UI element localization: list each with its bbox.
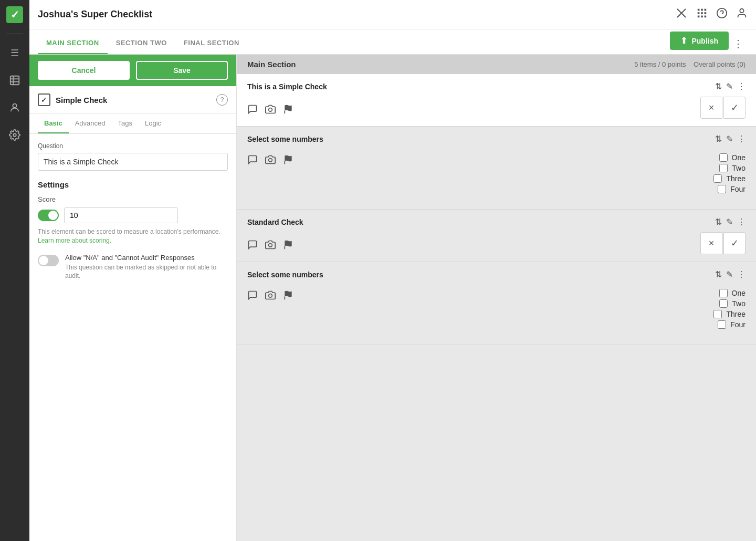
item2-sort-icon[interactable]: ⇅	[715, 134, 722, 144]
main-wrapper: Joshua's Super Checklist	[29, 0, 756, 541]
svg-point-24	[269, 243, 272, 247]
item4-camera-icon[interactable]	[265, 290, 276, 303]
item-tabs: Basic Advanced Tags Logic	[29, 114, 236, 134]
item4-option-three: Three	[713, 310, 746, 318]
item4-edit-icon[interactable]: ✎	[726, 269, 733, 279]
topbar-icons	[675, 7, 748, 22]
item4-checkbox-one[interactable]	[719, 289, 728, 297]
item2-content: One Two Three	[247, 149, 746, 202]
section-title: Main Section	[247, 60, 296, 69]
item2-checkbox-one[interactable]	[719, 153, 728, 162]
item-title-label: Simple Check	[56, 96, 211, 105]
item2-camera-icon[interactable]	[265, 154, 276, 168]
item4-more-icon[interactable]: ⋮	[737, 269, 746, 279]
na-text: Allow "N/A" and "Cannot Audit" Responses…	[65, 254, 228, 281]
tab-basic[interactable]: Basic	[38, 114, 69, 133]
item4-tools	[247, 290, 713, 303]
svg-point-22	[269, 159, 272, 162]
item3-tools	[247, 240, 293, 253]
tab-section-two[interactable]: SECTION TWO	[108, 33, 175, 54]
svg-rect-12	[701, 12, 703, 14]
tab-advanced[interactable]: Advanced	[69, 114, 112, 133]
nav-tabs: MAIN SECTION SECTION TWO FINAL SECTION ⬆…	[29, 29, 756, 55]
na-toggle[interactable]	[38, 255, 59, 266]
item3-flag-icon[interactable]	[283, 240, 293, 253]
item4-comment-icon[interactable]	[247, 290, 258, 303]
item1-flag-icon[interactable]	[283, 104, 293, 117]
item4-right: One Two Three	[713, 285, 746, 337]
grid-icon[interactable]	[696, 7, 708, 22]
item2-checkbox-four[interactable]	[718, 185, 726, 193]
na-row: Allow "N/A" and "Cannot Audit" Responses…	[38, 254, 228, 281]
sidebar-icon-user[interactable]	[6, 99, 23, 116]
sidebar-icon-settings[interactable]	[6, 127, 23, 143]
item1-check-button[interactable]: ✓	[723, 97, 746, 119]
question-input[interactable]	[38, 153, 228, 171]
item2-more-icon[interactable]: ⋮	[737, 134, 746, 144]
tab-logic[interactable]: Logic	[139, 114, 167, 133]
item1-check-buttons: × ✓	[700, 97, 746, 119]
sidebar-icon-list[interactable]: ☰	[6, 45, 23, 61]
item3-x-button[interactable]: ×	[700, 232, 722, 254]
na-label: Allow "N/A" and "Cannot Audit" Responses	[65, 254, 228, 262]
right-panel: Main Section 5 items / 0 points Overall …	[237, 55, 756, 541]
score-toggle[interactable]	[38, 210, 59, 221]
svg-rect-11	[698, 12, 700, 14]
item3-camera-icon[interactable]	[265, 240, 276, 253]
item1-header: This is a Simple Check ⇅ ✎ ⋮	[247, 81, 746, 91]
tab-tags[interactable]: Tags	[112, 114, 139, 133]
svg-point-26	[269, 294, 272, 298]
section-meta: 5 items / 0 points Overall points (0)	[634, 60, 746, 68]
item1-edit-icon[interactable]: ✎	[726, 81, 733, 91]
item3-more-icon[interactable]: ⋮	[737, 217, 746, 227]
item2-checkbox-two[interactable]	[719, 164, 728, 172]
score-label: Score	[38, 195, 228, 203]
svg-rect-8	[698, 9, 700, 11]
cancel-button[interactable]: Cancel	[38, 61, 130, 80]
item2-right: One Two Three	[713, 149, 746, 202]
item4-checkbox-three[interactable]	[713, 310, 722, 318]
item2-edit-icon[interactable]: ✎	[726, 134, 733, 144]
item-header: ✓ Simple Check ?	[29, 86, 236, 114]
app-logo: ✓	[6, 6, 23, 23]
item4-content: One Two Three	[247, 285, 746, 337]
tab-main-section[interactable]: MAIN SECTION	[38, 33, 108, 54]
item2-comment-icon[interactable]	[247, 154, 258, 168]
save-button[interactable]: Save	[136, 61, 228, 80]
user-icon[interactable]	[736, 7, 748, 22]
tab-final-section[interactable]: FINAL SECTION	[175, 33, 248, 54]
item1-camera-icon[interactable]	[265, 104, 276, 117]
publish-label: Publish	[691, 37, 718, 45]
help-button[interactable]: ?	[216, 94, 228, 106]
score-input[interactable]	[64, 207, 178, 223]
item1-sort-icon[interactable]: ⇅	[715, 81, 722, 91]
left-panel-actions: Cancel Save	[29, 55, 236, 86]
item2-title: Select some numbers	[247, 135, 323, 143]
sidebar-icon-clipboard[interactable]	[6, 72, 23, 89]
publish-button[interactable]: ⬆ Publish	[670, 32, 729, 50]
item3-check-button[interactable]: ✓	[723, 232, 746, 254]
help-icon[interactable]	[716, 7, 728, 22]
item2-actions: ⇅ ✎ ⋮	[715, 134, 746, 144]
item4-option-two: Two	[719, 299, 746, 308]
scoring-link[interactable]: Learn more about scoring.	[38, 237, 111, 244]
item1-x-button[interactable]: ×	[700, 97, 722, 119]
item1-actions: ⇅ ✎ ⋮	[715, 81, 746, 91]
item3-comment-icon[interactable]	[247, 240, 258, 253]
item4-sort-icon[interactable]: ⇅	[715, 269, 722, 279]
diagonal-lines-icon[interactable]	[675, 7, 688, 22]
svg-rect-16	[705, 16, 707, 18]
svg-point-4	[13, 104, 16, 108]
item4-checkbox-two[interactable]	[719, 299, 728, 308]
item2-checkbox-three[interactable]	[713, 174, 722, 183]
item1-more-icon[interactable]: ⋮	[737, 81, 746, 91]
nav-more-button[interactable]: ⋮	[729, 37, 748, 50]
item3-sort-icon[interactable]: ⇅	[715, 217, 722, 227]
item3-edit-icon[interactable]: ✎	[726, 217, 733, 227]
item2-flag-icon[interactable]	[283, 154, 293, 168]
checklist-item-4: Select some numbers ⇅ ✎ ⋮	[237, 262, 756, 345]
item4-title: Select some numbers	[247, 270, 323, 279]
item4-checkbox-four[interactable]	[718, 320, 726, 329]
item4-flag-icon[interactable]	[283, 290, 293, 303]
item1-comment-icon[interactable]	[247, 104, 258, 117]
